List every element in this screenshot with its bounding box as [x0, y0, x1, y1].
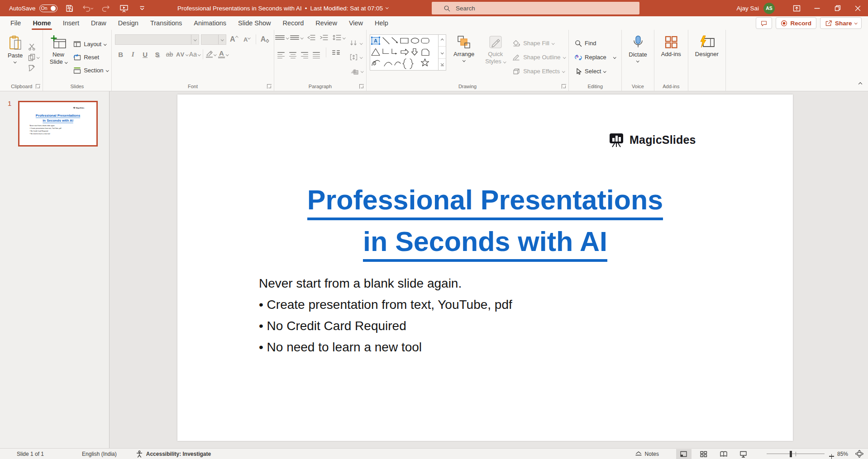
ribbon-display-options-button[interactable]: [787, 0, 807, 16]
copy-button[interactable]: [28, 54, 39, 61]
select-button[interactable]: Select: [575, 66, 615, 76]
shrink-font-button[interactable]: A: [241, 34, 253, 45]
tab-record[interactable]: Record: [277, 16, 310, 30]
tab-transitions[interactable]: Transitions: [144, 16, 188, 30]
customize-quick-access-button[interactable]: [136, 2, 148, 14]
save-button[interactable]: [64, 2, 76, 14]
record-button[interactable]: Record: [776, 17, 816, 29]
shape-fill-button[interactable]: Shape Fill: [513, 38, 565, 48]
tab-animations[interactable]: Animations: [188, 16, 232, 30]
comments-button[interactable]: [756, 17, 772, 29]
slide-counter[interactable]: Slide 1 of 1: [17, 451, 44, 457]
share-button[interactable]: Share: [820, 17, 862, 29]
align-text-button[interactable]: [350, 52, 363, 62]
zoom-level[interactable]: 85%: [837, 451, 848, 457]
collapse-ribbon-button[interactable]: [859, 79, 862, 87]
minimize-button[interactable]: [807, 0, 827, 16]
slide-body-text[interactable]: Never start from a blank slide again. • …: [259, 273, 512, 358]
cut-button[interactable]: [28, 43, 39, 51]
strikethrough-button[interactable]: ab: [164, 49, 175, 60]
font-size-chevron-icon[interactable]: [218, 35, 226, 44]
arrange-button[interactable]: Arrange: [450, 33, 478, 82]
font-name-combo[interactable]: [115, 34, 199, 45]
convert-smartart-button[interactable]: [350, 66, 363, 76]
tab-file[interactable]: File: [5, 16, 27, 30]
italic-button[interactable]: I: [127, 49, 138, 60]
normal-view-button[interactable]: [676, 449, 692, 459]
autosave-toggle[interactable]: AutoSave On: [9, 5, 57, 12]
slideshow-view-button[interactable]: [736, 449, 751, 459]
tab-slide-show[interactable]: Slide Show: [232, 16, 277, 30]
columns-button[interactable]: [332, 50, 339, 55]
tab-insert[interactable]: Insert: [57, 16, 85, 30]
align-left-button[interactable]: [277, 47, 285, 58]
quick-styles-button[interactable]: Quick Styles: [482, 33, 509, 82]
numbering-button[interactable]: [293, 35, 303, 40]
format-painter-button[interactable]: [28, 64, 39, 71]
text-direction-button[interactable]: [350, 38, 363, 48]
redo-button[interactable]: [100, 2, 112, 14]
restore-button[interactable]: [827, 0, 848, 16]
tab-home[interactable]: Home: [27, 16, 57, 30]
search-input[interactable]: Search: [432, 2, 639, 14]
shape-effects-button[interactable]: Shape Effects: [513, 66, 565, 76]
font-name-chevron-icon[interactable]: [191, 35, 199, 44]
user-avatar[interactable]: AS: [763, 3, 775, 14]
grow-font-button[interactable]: A: [228, 34, 239, 45]
paste-button[interactable]: Paste: [4, 33, 26, 82]
font-dialog-launcher[interactable]: [267, 84, 272, 89]
underline-button[interactable]: U: [139, 49, 151, 60]
close-button[interactable]: [848, 0, 868, 16]
document-title[interactable]: Professional Presentations in Seconds wi…: [177, 0, 388, 16]
dictate-button[interactable]: Dictate: [625, 33, 650, 82]
autosave-switch[interactable]: On: [39, 5, 57, 12]
shapes-scroll-down-button[interactable]: [439, 47, 446, 58]
tab-draw[interactable]: Draw: [85, 16, 112, 30]
shape-outline-button[interactable]: Shape Outline: [513, 52, 565, 62]
replace-button[interactable]: b c Replace: [575, 52, 615, 62]
slide-thumbnail[interactable]: MagicSlides Professional Presentations i…: [18, 101, 98, 147]
user-name[interactable]: Ajay Sai: [736, 5, 759, 12]
tab-help[interactable]: Help: [369, 16, 394, 30]
highlight-color-button[interactable]: [205, 49, 217, 60]
clipboard-dialog-launcher[interactable]: [36, 84, 40, 89]
bold-button[interactable]: B: [115, 49, 126, 60]
paragraph-dialog-launcher[interactable]: [359, 84, 364, 89]
tab-view[interactable]: View: [343, 16, 369, 30]
change-case-button[interactable]: Aa: [189, 49, 200, 60]
zoom-slider[interactable]: [767, 449, 825, 459]
bullets-button[interactable]: [277, 35, 289, 40]
find-button[interactable]: Find: [575, 38, 615, 48]
line-spacing-button[interactable]: [332, 34, 345, 41]
designer-button[interactable]: Designer: [692, 33, 722, 82]
layout-button[interactable]: Layout: [73, 39, 108, 49]
slide-logo[interactable]: MagicSlides: [609, 132, 696, 147]
shapes-scroll-up-button[interactable]: [439, 35, 446, 47]
drawing-dialog-launcher[interactable]: [562, 84, 566, 89]
reading-view-button[interactable]: [716, 449, 731, 459]
decrease-indent-button[interactable]: [307, 34, 315, 41]
shapes-more-button[interactable]: [439, 59, 446, 70]
increase-indent-button[interactable]: [320, 34, 328, 41]
notes-button[interactable]: Notes: [635, 451, 659, 457]
section-button[interactable]: Section: [73, 66, 108, 76]
slide-sorter-view-button[interactable]: [696, 449, 711, 459]
addins-button[interactable]: Add-ins: [658, 33, 685, 82]
language-indicator[interactable]: English (India): [82, 451, 117, 457]
font-color-button[interactable]: A: [218, 49, 229, 60]
tab-design[interactable]: Design: [112, 16, 144, 30]
zoom-slider-thumb[interactable]: [790, 451, 792, 457]
slide-editor[interactable]: MagicSlides Professional Presentations i…: [177, 95, 793, 441]
accessibility-status[interactable]: Accessibility: Investigate: [136, 450, 211, 458]
reset-button[interactable]: Reset: [73, 52, 108, 62]
title-chevron-down-icon[interactable]: [386, 6, 388, 9]
text-shadow-button[interactable]: S: [152, 49, 163, 60]
align-center-button[interactable]: [289, 47, 296, 58]
undo-button[interactable]: [82, 2, 94, 14]
slide-title[interactable]: Professional Presentations in Seconds wi…: [177, 184, 793, 267]
character-spacing-button[interactable]: AV: [176, 49, 188, 60]
tab-review[interactable]: Review: [310, 16, 343, 30]
justify-button[interactable]: [313, 47, 320, 58]
start-slideshow-button[interactable]: [118, 2, 130, 14]
clear-formatting-button[interactable]: A: [259, 34, 271, 45]
